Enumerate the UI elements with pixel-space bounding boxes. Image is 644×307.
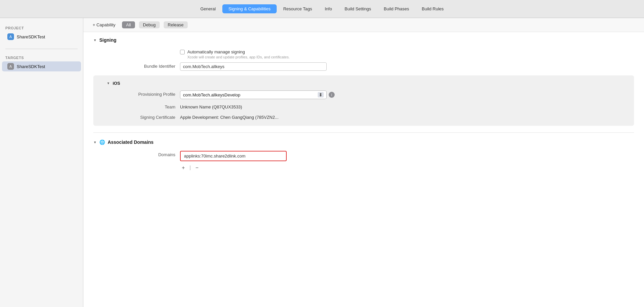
team-row: Team Unknown Name (Q87QUX3533) (107, 101, 634, 111)
tab-resource-tags[interactable]: Resource Tags (277, 4, 318, 13)
bundle-identifier-label: Bundle Identifier (107, 62, 180, 69)
filter-bar: + Capability All Debug Release (83, 18, 644, 32)
remove-domain-button[interactable]: − (194, 165, 200, 171)
signing-section: ▼ Signing Automatically manage signing X… (93, 32, 634, 126)
section-divider (93, 132, 634, 133)
team-value: Unknown Name (Q87QUX3533) (180, 103, 634, 109)
main-content: ▼ Signing Automatically manage signing X… (83, 32, 644, 307)
content-area: + Capability All Debug Release ▼ Signing… (83, 18, 644, 307)
tab-general[interactable]: General (194, 4, 222, 13)
sidebar-item-project[interactable]: A ShareSDKTest (2, 32, 81, 42)
select-arrow-icon: ⬍ (318, 92, 324, 97)
bundle-identifier-input[interactable] (180, 62, 327, 71)
team-label: Team (107, 103, 180, 109)
globe-icon: 🌐 (99, 139, 105, 145)
ios-chevron: ▼ (107, 81, 110, 85)
signing-certificate-label: Signing Certificate (107, 113, 180, 120)
sidebar: PROJECT A ShareSDKTest TARGETS A ShareSD… (0, 18, 83, 307)
main-layout: PROJECT A ShareSDKTest TARGETS A ShareSD… (0, 18, 644, 307)
project-icon: A (7, 33, 14, 40)
filter-release[interactable]: Release (164, 21, 188, 28)
domains-label: Domains (107, 151, 180, 157)
tab-build-phases[interactable]: Build Phases (378, 4, 415, 13)
tab-build-rules[interactable]: Build Rules (416, 4, 450, 13)
project-item-label: ShareSDKTest (17, 34, 45, 39)
signing-chevron: ▼ (93, 38, 97, 42)
auto-manage-sublabel: Xcode will create and update profiles, a… (187, 55, 290, 59)
tab-build-settings[interactable]: Build Settings (339, 4, 377, 13)
associated-domains-title: Associated Domains (108, 139, 154, 145)
project-section-label: PROJECT (0, 23, 83, 31)
provisioning-profile-label: Provisioning Profile (107, 90, 180, 97)
tab-info[interactable]: Info (319, 4, 338, 13)
add-domain-button[interactable]: + (180, 165, 187, 171)
filter-all[interactable]: All (122, 21, 135, 28)
targets-section-label: TARGETS (0, 53, 83, 61)
target-item-label: ShareSDKTest (17, 64, 45, 69)
bundle-identifier-row: Bundle Identifier (107, 60, 634, 73)
add-remove-separator (190, 166, 190, 170)
provisioning-info-icon[interactable]: i (329, 92, 335, 98)
sidebar-item-target[interactable]: A ShareSDKTest (2, 61, 81, 71)
tab-bar: General Signing & Capabilities Resource … (0, 0, 644, 18)
signing-title: Signing (99, 37, 116, 43)
provisioning-profile-row: Provisioning Profile com.MobTech.allkeys… (107, 88, 634, 101)
auto-manage-checkbox[interactable] (180, 50, 185, 54)
add-remove-row: + − (180, 165, 634, 171)
provisioning-profile-select[interactable]: com.MobTech.allkeysDevelop ⬍ (180, 90, 327, 99)
ios-header[interactable]: ▼ iOS (93, 79, 634, 88)
domain-entry[interactable]: applinks:70imc.share2dlink.com (180, 151, 287, 161)
signing-section-header[interactable]: ▼ Signing (93, 32, 634, 47)
target-icon: A (7, 63, 14, 70)
signing-certificate-row: Signing Certificate Apple Development: C… (107, 111, 634, 122)
associated-domains-section: ▼ 🌐 Associated Domains Domains applinks:… (93, 134, 634, 173)
domains-row: Domains applinks:70imc.share2dlink.com +… (107, 149, 634, 173)
provisioning-profile-value: com.MobTech.allkeysDevelop (183, 92, 240, 97)
auto-manage-label: Automatically manage signing (187, 49, 290, 54)
ios-title: iOS (113, 81, 120, 86)
signing-certificate-value: Apple Development: Chen GangQiang (785VZ… (180, 113, 634, 120)
domains-list: applinks:70imc.share2dlink.com (180, 151, 634, 161)
tab-signing[interactable]: Signing & Capabilities (222, 4, 276, 13)
associated-domains-header[interactable]: ▼ 🌐 Associated Domains (93, 134, 634, 149)
auto-manage-signing-row: Automatically manage signing Xcode will … (180, 47, 634, 60)
filter-debug[interactable]: Debug (139, 21, 160, 28)
associated-domains-chevron: ▼ (93, 140, 97, 144)
ios-subsection: ▼ iOS Provisioning Profile com.MobTech.a… (93, 75, 634, 126)
add-capability-button[interactable]: + Capability (90, 21, 118, 28)
